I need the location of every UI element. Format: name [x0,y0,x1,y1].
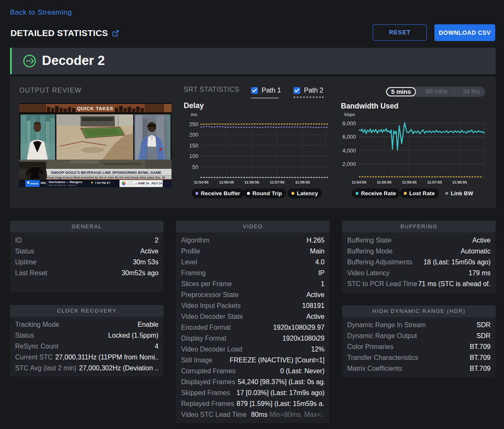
svg-text:ms: ms [191,112,197,117]
svg-text:7:00 PM ET: 7:00 PM ET [95,181,111,184]
svg-text:›: › [135,181,137,186]
svg-text:Hurricanes vs Rangers: Hurricanes vs Rangers [49,180,82,184]
svg-text:8,000: 8,000 [342,120,356,127]
svg-text:11:54:55: 11:54:55 [194,180,209,184]
svg-text:4,000: 4,000 [342,147,356,154]
svg-text:2,000: 2,000 [342,161,356,167]
svg-text:250: 250 [189,121,198,127]
svg-text:11:54:55: 11:54:55 [351,180,366,184]
svg-text:200: 200 [189,132,198,138]
svg-text:11:58:55: 11:58:55 [452,180,467,184]
svg-text:11:55:55: 11:55:55 [219,180,234,184]
svg-text:6,000: 6,000 [342,134,356,140]
svg-text:East 2nd Round - Game 1: East 2nd Round - Game 1 [49,184,77,186]
svg-text:11:57:55: 11:57:55 [270,180,285,184]
svg-text:11:56:55: 11:56:55 [402,180,417,184]
svg-text:11:58:55: 11:58:55 [295,180,310,184]
svg-text:150: 150 [189,142,198,149]
svg-text:Snoop Dogg Arizona Bowl presen: Snoop Dogg Arizona Bowl presented by Gin… [46,176,165,179]
svg-text:11:55:55: 11:55:55 [377,180,392,184]
svg-text:50: 50 [192,164,198,170]
svg-text:11:57:55: 11:57:55 [427,180,442,184]
svg-text:QUICK TAKES: QUICK TAKES [77,106,113,111]
svg-text:kbps: kbps [344,112,355,117]
svg-text:11:56:55: 11:56:55 [244,180,260,184]
svg-text:AMERICA: AMERICA [127,183,135,185]
svg-text:JUNE 14 - JULY 14: JUNE 14 - JULY 14 [138,182,162,185]
svg-text:100: 100 [189,153,198,159]
svg-text:NHL: NHL [41,181,46,184]
svg-text:FANDUEL: FANDUEL [30,183,39,185]
svg-text:SNOOP DOGG'S BEVERAGE LINE SPO: SNOOP DOGG'S BEVERAGE LINE SPONSORING BO… [51,171,161,175]
svg-text:COPA: COPA [127,181,132,183]
